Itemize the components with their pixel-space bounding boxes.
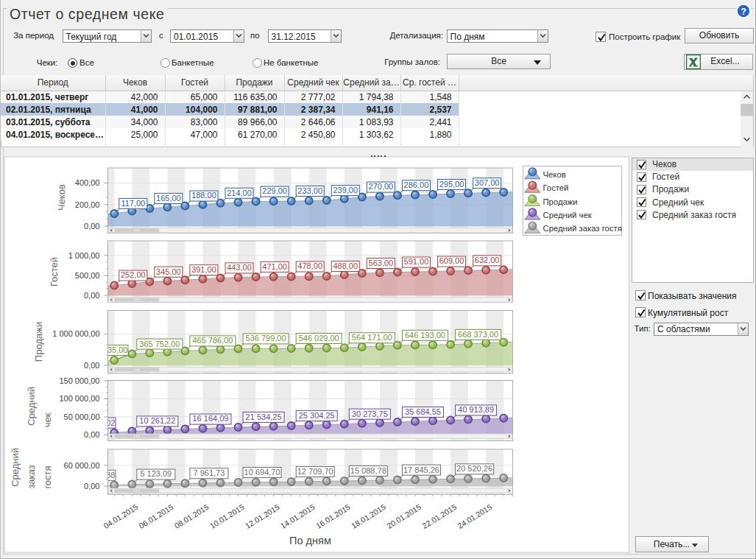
svg-text:0,00: 0,00 — [84, 361, 99, 370]
svg-text:488,00: 488,00 — [333, 261, 358, 270]
svg-text:Чеков: Чеков — [56, 184, 67, 211]
svg-text:50 000,00: 50 000,00 — [64, 412, 100, 421]
svg-text:40 913,89: 40 913,89 — [458, 405, 494, 414]
svg-text:345,00: 345,00 — [156, 267, 181, 276]
svg-text:233,00: 233,00 — [297, 186, 322, 195]
svg-text:564 171,00: 564 171,00 — [352, 333, 392, 342]
svg-text:60 000,00: 60 000,00 — [64, 461, 100, 470]
svg-text:По дням: По дням — [289, 535, 331, 546]
svg-text:100 000,00: 100 000,00 — [59, 394, 99, 403]
svg-text:400,00: 400,00 — [75, 178, 100, 187]
svg-text:чек: чек — [42, 412, 53, 427]
svg-text:Чеков: Чеков — [543, 170, 566, 179]
svg-text:200,00: 200,00 — [75, 200, 100, 209]
svg-text:478,00: 478,00 — [297, 261, 322, 270]
svg-text:270,00: 270,00 — [369, 182, 394, 191]
svg-text:546 029,00: 546 029,00 — [299, 334, 339, 342]
svg-text:591,00: 591,00 — [404, 257, 429, 266]
svg-text:Продажи: Продажи — [543, 197, 578, 206]
svg-text:0,00: 0,00 — [84, 482, 99, 491]
svg-text:0,00: 0,00 — [84, 222, 99, 231]
svg-text:30 273,75: 30 273,75 — [352, 409, 388, 418]
svg-text:35 684,55: 35 684,55 — [405, 407, 441, 416]
svg-text:391,00: 391,00 — [191, 265, 216, 274]
svg-text:229,00: 229,00 — [262, 186, 287, 195]
svg-text:?: ? — [741, 6, 746, 17]
svg-text:Средний: Средний — [10, 448, 21, 487]
svg-text:5 123,09: 5 123,09 — [140, 469, 172, 478]
svg-text:10 694,70: 10 694,70 — [244, 468, 280, 477]
svg-text:117,00: 117,00 — [121, 199, 145, 208]
svg-text:Продажи: Продажи — [33, 322, 44, 362]
svg-text:563,00: 563,00 — [369, 259, 394, 267]
svg-text:21 534,25: 21 534,25 — [246, 412, 282, 421]
svg-text:443,00: 443,00 — [227, 263, 252, 272]
svg-text:1 000,00: 1 000,00 — [68, 251, 100, 260]
svg-text:Средний заказ гостя: Средний заказ гостя — [543, 224, 622, 233]
svg-text:632,00: 632,00 — [475, 256, 500, 264]
svg-text:214,00: 214,00 — [227, 189, 252, 197]
svg-text:1 000 000,00: 1 000 000,00 — [52, 329, 99, 338]
svg-text:16 164,09: 16 164,09 — [192, 414, 228, 423]
svg-text:646 193,00: 646 193,00 — [405, 331, 445, 340]
svg-text:гостя: гостя — [42, 465, 53, 488]
svg-text:307,00: 307,00 — [475, 178, 500, 187]
svg-text:15 088,78: 15 088,78 — [350, 466, 386, 475]
svg-text:7 961,73: 7 961,73 — [194, 468, 225, 477]
svg-text:Гостей: Гостей — [49, 257, 60, 286]
svg-text:471,00: 471,00 — [262, 262, 287, 271]
svg-text:239,00: 239,00 — [333, 186, 358, 194]
svg-text:536 799,00: 536 799,00 — [246, 334, 286, 342]
svg-text:252,00: 252,00 — [121, 270, 146, 279]
svg-text:609,00: 609,00 — [439, 256, 464, 265]
svg-text:286,00: 286,00 — [404, 180, 429, 189]
svg-text:150 000,00: 150 000,00 — [59, 376, 99, 385]
svg-text:12 709,70: 12 709,70 — [297, 467, 333, 476]
svg-text:Средний: Средний — [26, 387, 37, 426]
svg-text:188,00: 188,00 — [191, 191, 216, 200]
svg-text:365 752,00: 365 752,00 — [139, 340, 180, 348]
svg-text:Гостей: Гостей — [543, 183, 569, 192]
svg-text:500,00: 500,00 — [75, 271, 100, 280]
svg-text:668 373,00: 668 373,00 — [458, 330, 498, 339]
svg-text:25 304,25: 25 304,25 — [299, 411, 335, 420]
svg-text:10 261,22: 10 261,22 — [139, 416, 175, 425]
svg-text:165,00: 165,00 — [156, 194, 181, 203]
svg-text:0,00: 0,00 — [84, 430, 99, 439]
svg-text:17 845,26: 17 845,26 — [403, 465, 439, 474]
svg-text:20 520,26: 20 520,26 — [456, 464, 492, 473]
svg-text:0,00: 0,00 — [84, 291, 99, 300]
svg-text:295,00: 295,00 — [439, 180, 464, 189]
svg-text:заказ: заказ — [26, 465, 37, 488]
svg-text:Средний чек: Средний чек — [543, 211, 592, 219]
svg-text:465 786,00: 465 786,00 — [192, 336, 233, 345]
